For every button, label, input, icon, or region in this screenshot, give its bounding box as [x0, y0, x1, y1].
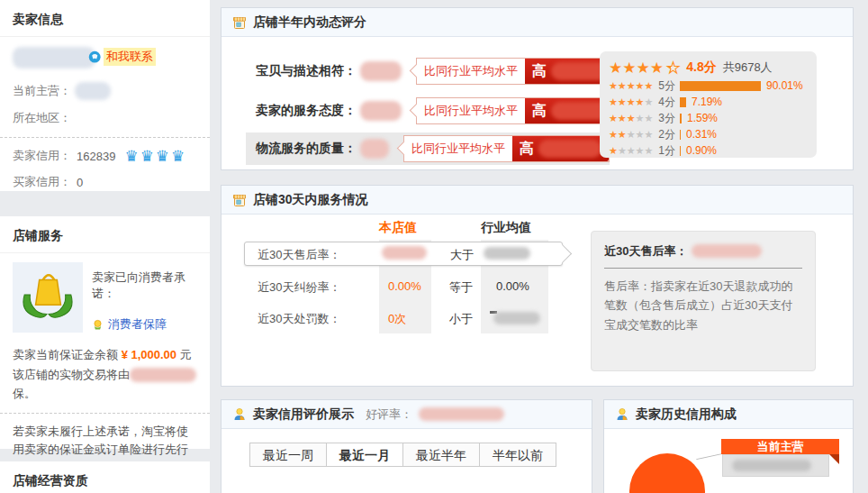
time-range-tabs: 最近一周 最近一月 最近半年 半年以前: [250, 443, 556, 467]
tab-last-week[interactable]: 最近一周: [249, 443, 327, 467]
rating-summary-box: ★★★★★★ 4.8分 共9678人 ★★★★★ 5分 90.01% ★★★★★…: [600, 51, 817, 158]
bubble-text: 比同行业平均水平: [417, 63, 525, 79]
buyer-credit-value: 0: [77, 176, 83, 189]
history-panel-body: 当前主营: [604, 429, 853, 493]
dist-label: 1分: [658, 143, 675, 159]
dynamic-rating-body: 宝贝与描述相符： 比同行业平均水平 高 卖家的服务态度： 比同行业平均水平 高: [222, 37, 853, 170]
score-label: 卖家的服务态度：: [256, 103, 357, 119]
industry-compare-bubble: 比同行业平均水平 高: [416, 97, 622, 124]
industry-compare-bubble: 比同行业平均水平 高: [403, 135, 610, 162]
bubble-text: 比同行业平均水平: [404, 141, 512, 157]
industry-value-redacted: [493, 312, 540, 324]
info-value-redacted: [692, 244, 762, 258]
dist-bar: [680, 97, 686, 107]
main-business-field: 当前主营：: [13, 82, 197, 100]
seller-name-redacted: [13, 47, 95, 68]
dist-label: 3分: [658, 111, 675, 126]
dist-bar: [680, 130, 681, 140]
deposit-redacted: [130, 368, 196, 382]
divider: [0, 413, 210, 414]
promise-label: 卖家已向消费者承诺：: [92, 269, 197, 302]
deposit-line2-suffix: 保。: [13, 387, 36, 400]
dist-label: 5分: [658, 78, 675, 94]
contact-me-label: 和我联系: [104, 48, 156, 66]
dynamic-rating-panel: 店铺半年内动态评分 宝贝与描述相符： 比同行业平均水平 高 卖家的服务态度： 比…: [221, 7, 854, 170]
history-panel-header: 卖家历史信用构成: [604, 400, 853, 429]
shop-icon: [232, 193, 247, 207]
dynamic-rating-header: 店铺半年内动态评分: [222, 8, 853, 37]
wangwang-icon: [88, 50, 102, 64]
compare-word: 大于: [450, 247, 474, 263]
credit-panel-header: 卖家信用评价展示 好评率：: [222, 400, 592, 429]
credit-history-panel: 卖家历史信用构成 当前主营: [603, 399, 854, 493]
aftersale-info-box: 近30天售后率： 售后率：指卖家在近30天退款成功的笔数（包含售后成立）占近30…: [591, 231, 816, 371]
dist-label: 2分: [658, 127, 675, 142]
consumer-guarantee-link[interactable]: 消费者保障: [92, 316, 197, 333]
compare-word: 小于: [449, 311, 473, 327]
deposit-line2: 该店铺的实物交易将由: [13, 368, 130, 381]
tab-before-half-year[interactable]: 半年以前: [479, 443, 556, 467]
seller-info-title: 卖家信息: [0, 0, 210, 37]
person-icon: [232, 407, 247, 422]
service-promise-block: 卖家已向消费者承诺： 消费者保障: [13, 262, 197, 333]
mini-stars: ★★★★★: [609, 97, 653, 107]
aftersale-rate-row[interactable]: 近30天售后率： 大于: [244, 242, 563, 266]
praise-rate-label: 好评率：: [366, 406, 412, 423]
service-panel-header: 店铺30天内服务情况: [222, 186, 853, 215]
main-business-redacted: [75, 82, 111, 100]
praise-rate-redacted: [419, 407, 504, 421]
bubble-value-redacted: [538, 140, 601, 158]
guarantee-link-label: 消费者保障: [108, 316, 167, 333]
column-header-shop: 本店值: [379, 220, 417, 236]
bubble-high-char: 高: [520, 140, 534, 159]
shop-value: 0.00%: [388, 279, 421, 293]
dist-row-5: ★★★★★ 5分 90.01%: [609, 78, 808, 94]
info-box-title: 近30天售后率：: [604, 244, 687, 258]
deposit-text: 卖家当前保证金余额 ¥ 1,000.00 元 该店铺的实物交易将由保。: [13, 345, 197, 403]
divider: [604, 268, 802, 269]
score-value-redacted: [360, 101, 402, 121]
shop-icon: [232, 15, 247, 30]
dist-percent: 0.31%: [686, 128, 717, 141]
buyer-credit-label: 买家信用：: [13, 174, 71, 190]
mini-stars: ★★★★★: [609, 146, 653, 156]
guarantee-flower-icon: [92, 319, 104, 331]
region-label: 所在地区：: [13, 110, 71, 126]
seller-name-row: 和我联系: [13, 47, 197, 72]
current-business-redacted: [732, 460, 811, 471]
dist-bar: [680, 114, 682, 123]
deposit-prefix: 卖家当前保证金余额: [13, 348, 118, 361]
pie-callout-line: [696, 453, 723, 460]
tab-last-half-year[interactable]: 最近半年: [402, 443, 480, 467]
buyer-credit-row: 买家信用： 0: [13, 174, 197, 190]
seller-credit-row: 卖家信用： 162839 ♛♛♛♛: [13, 148, 197, 164]
score-row-attitude: 卖家的服务态度： 比同行业平均水平 高: [222, 96, 622, 125]
industry-compare-bubble: 比同行业平均水平 高: [416, 58, 622, 85]
info-box-description: 售后率：指卖家在近30天退款成功的笔数（包含售后成立）占近30天支付宝成交笔数的…: [604, 277, 802, 334]
current-business-value-box: [722, 454, 829, 477]
dist-row-4: ★★★★★ 4分 7.19%: [609, 94, 808, 110]
credit-panel-body: 最近一周 最近一月 最近半年 半年以前 ♥ ♥ ♥: [222, 429, 592, 493]
contact-me-button[interactable]: 和我联系: [88, 48, 156, 66]
dist-bar: [680, 146, 681, 156]
seller-credit-label: 卖家信用：: [13, 148, 71, 164]
crown-icons: ♛♛♛♛: [124, 149, 186, 164]
seller-profile-page: 卖家信息 和我联系 当前主营： 所在地区： 卖家信用： 162839 ♛♛♛♛ …: [0, 0, 868, 493]
mini-stars: ★★★★★: [609, 130, 653, 140]
column-header-industry: 行业均值: [481, 220, 531, 236]
qualification-title: 店铺经营资质: [0, 461, 210, 493]
region-field: 所在地区：: [13, 110, 197, 126]
tab-last-month[interactable]: 最近一月: [326, 443, 403, 467]
compare-word: 等于: [449, 279, 473, 296]
panel-title: 店铺半年内动态评分: [253, 14, 366, 31]
dist-label: 4分: [658, 95, 675, 110]
current-business-ribbon: 当前主营: [721, 439, 839, 454]
mini-stars: ★★★★★: [609, 81, 653, 91]
bubble-text: 比同行业平均水平: [417, 103, 525, 119]
panel-title: 店铺30天内服务情况: [253, 192, 368, 208]
mini-stars: ★★★★★: [609, 114, 653, 123]
bubble-high-char: 高: [532, 102, 547, 121]
panel-title: 卖家信用评价展示: [253, 406, 354, 423]
dist-percent: 0.90%: [686, 144, 717, 157]
deposit-unit: 元: [180, 348, 192, 361]
